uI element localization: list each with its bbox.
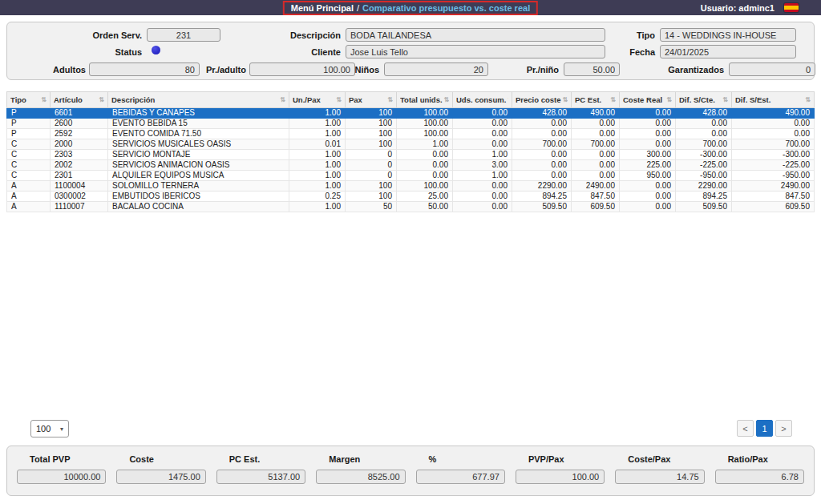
ninos-input[interactable]	[384, 62, 488, 76]
table-cell: 2490.00	[572, 181, 620, 192]
user-label: Usuario: adminc1	[701, 3, 774, 13]
fecha-label: Fecha	[604, 46, 655, 59]
breadcrumb-highlight-annotation: Menú Principal / Comparativo presupuesto…	[283, 1, 538, 15]
column-label: Dif. S/Cte.	[679, 95, 715, 104]
column-label: Total unids.	[400, 95, 443, 104]
sort-icon[interactable]: ⇅	[336, 96, 342, 103]
page-size-select[interactable]: 100 ▾	[30, 420, 69, 437]
column-header-precio-coste[interactable]: Precio coste⇅	[512, 92, 572, 108]
cliente-input[interactable]	[346, 45, 605, 58]
table-row[interactable]: A1110007BACALAO COCINA1.005050.000.00509…	[7, 202, 815, 212]
table-cell: 1.00	[453, 171, 512, 181]
table-cell: 0.00	[732, 129, 815, 139]
table-cell: 894.25	[512, 192, 572, 202]
tipo-input[interactable]	[660, 28, 796, 42]
table-cell: 1.00	[289, 202, 346, 212]
footer-field-coste-pax: Coste/Pax14.75	[615, 454, 704, 495]
table-cell: 1.00	[289, 119, 346, 129]
column-header-tipo[interactable]: Tipo⇅	[7, 92, 51, 108]
table-cell: P	[7, 129, 51, 139]
footer-label: %	[429, 454, 505, 464]
table-cell: P	[7, 108, 51, 119]
sort-icon[interactable]: ⇅	[387, 96, 393, 103]
orden-serv-input[interactable]	[147, 28, 220, 42]
pr-adulto-label: Pr./adulto	[196, 63, 246, 77]
column-header-un-pax[interactable]: Un./Pax⇅	[289, 92, 346, 108]
sort-icon[interactable]: ⇅	[666, 96, 672, 103]
table-cell: 0.00	[572, 150, 620, 160]
table-cell: 700.00	[676, 139, 732, 150]
table-row[interactable]: A0300002EMBUTIDOS IBERICOS0.2510025.000.…	[7, 192, 815, 202]
table-cell: 509.50	[676, 202, 732, 212]
table-cell: 509.50	[512, 202, 572, 212]
column-header-articulo[interactable]: Artículo⇅	[51, 92, 108, 108]
sort-icon[interactable]: ⇅	[444, 96, 449, 103]
footer-value: 677.97	[416, 470, 505, 484]
table-row[interactable]: P2592EVENTO COMIDA 71.501.00100100.000.0…	[7, 129, 815, 139]
column-label: Tipo	[10, 95, 26, 104]
sort-icon[interactable]: ⇅	[805, 96, 811, 103]
prev-page-button[interactable]: <	[737, 420, 754, 437]
table-cell: A	[7, 192, 51, 202]
table-cell: 894.25	[676, 192, 732, 202]
garantizados-input[interactable]	[729, 62, 815, 76]
table-row[interactable]: P2600EVENTO BEBIDA 151.00100100.000.000.…	[7, 119, 815, 129]
table-cell: ALQUILER EQUIPOS MUSICA	[108, 171, 289, 181]
next-page-button[interactable]: >	[775, 420, 792, 437]
table-cell: EVENTO BEBIDA 15	[108, 119, 289, 129]
table-cell: 0	[346, 160, 397, 171]
column-header-uds-consum[interactable]: Uds. consum.⇅	[453, 92, 512, 108]
table-cell: 0.00	[453, 139, 512, 150]
column-header-pc-est[interactable]: PC Est.⇅	[572, 92, 620, 108]
sort-icon[interactable]: ⇅	[280, 96, 285, 103]
table-row[interactable]: C2002SERVICIOS ANIMACION OASIS1.0000.003…	[7, 160, 815, 171]
sort-icon[interactable]: ⇅	[563, 96, 568, 103]
table-cell: 0.00	[453, 119, 512, 129]
sort-icon[interactable]: ⇅	[508, 96, 508, 103]
table-cell: -950.00	[676, 171, 732, 181]
table-row[interactable]: C2301ALQUILER EQUIPOS MUSICA1.0000.001.0…	[7, 171, 815, 181]
table-cell: 0.00	[620, 181, 676, 192]
sort-icon[interactable]: ⇅	[41, 96, 47, 103]
column-header-coste-real[interactable]: Coste Real⇅	[620, 92, 676, 108]
table-row[interactable]: P6601BEBIDAS Y CANAPES1.00100100.000.004…	[7, 108, 815, 119]
table-cell: 100	[346, 192, 397, 202]
fecha-input[interactable]	[660, 45, 796, 58]
table-cell: 0.00	[453, 192, 512, 202]
spain-flag-icon[interactable]	[784, 3, 799, 12]
table-cell: SOLOMILLO TERNERA	[108, 181, 289, 192]
breadcrumb-root[interactable]: Menú Principal	[291, 3, 354, 13]
table-cell: 2490.00	[732, 181, 815, 192]
column-header-descripcion[interactable]: Descripción⇅	[108, 92, 289, 108]
table-cell: 25.00	[397, 192, 453, 202]
descripcion-input[interactable]	[346, 28, 605, 42]
table-cell: C	[7, 150, 51, 160]
table-cell: EVENTO COMIDA 71.50	[108, 129, 289, 139]
table-cell: 0300002	[51, 192, 108, 202]
table-cell: 0.00	[620, 119, 676, 129]
column-header-total-unids[interactable]: Total unids.⇅	[397, 92, 453, 108]
adultos-input[interactable]	[89, 62, 200, 76]
table-row[interactable]: C2000SERVICIOS MUSICALES OASIS0.011001.0…	[7, 139, 815, 150]
column-header-pax[interactable]: Pax⇅	[346, 92, 397, 108]
footer-label: PC Est.	[229, 454, 305, 464]
sort-icon[interactable]: ⇅	[610, 96, 616, 103]
chevron-down-icon: ▾	[60, 425, 63, 433]
table-row[interactable]: A1100004SOLOMILLO TERNERA1.00100100.000.…	[7, 181, 815, 192]
current-page-button[interactable]: 1	[756, 420, 773, 437]
sort-icon[interactable]: ⇅	[99, 96, 104, 103]
footer-value: 1475.00	[116, 470, 205, 484]
table-cell: 428.00	[512, 108, 572, 119]
table-cell: 847.50	[572, 192, 620, 202]
table-cell: BEBIDAS Y CANAPES	[108, 108, 289, 119]
sort-icon[interactable]: ⇅	[722, 96, 728, 103]
column-header-dif-s-est[interactable]: Dif. S/Est.⇅	[732, 92, 815, 108]
table-cell: SERVICIO MONTAJE	[108, 150, 289, 160]
table-row[interactable]: C2303SERVICIO MONTAJE1.0000.001.000.000.…	[7, 150, 815, 160]
column-header-dif-s-cte[interactable]: Dif. S/Cte.⇅	[676, 92, 732, 108]
pr-nino-input[interactable]	[564, 62, 620, 76]
table-cell: 490.00	[732, 108, 815, 119]
table-cell: 100	[346, 119, 397, 129]
table-cell: A	[7, 202, 51, 212]
footer-label: Margen	[329, 454, 405, 464]
